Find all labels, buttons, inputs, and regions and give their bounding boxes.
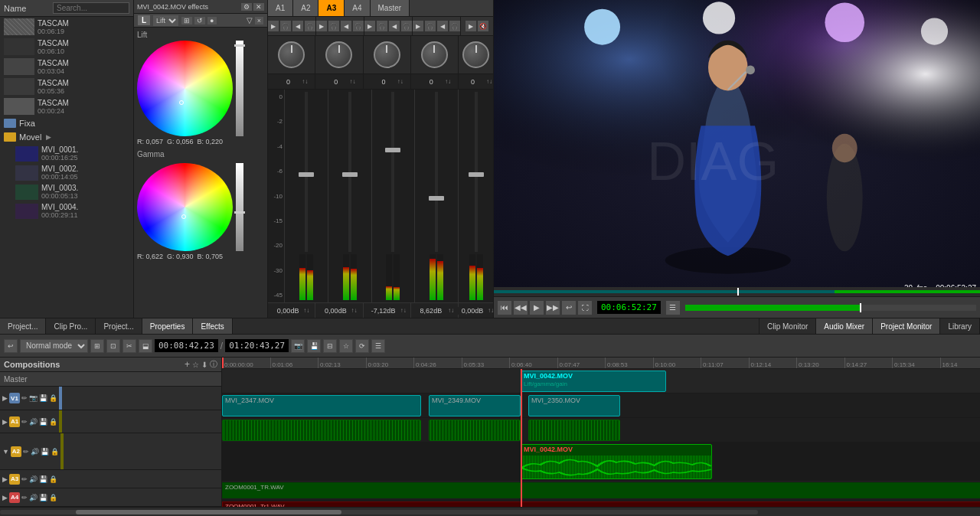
tab-clip-monitor[interactable]: Clip Monitor [759,318,816,334]
track-a4-edit[interactable]: ✏ [21,494,28,501]
track-v1-expand[interactable]: ▶ [2,394,8,402]
ch2-back-btn[interactable]: ◀ [341,21,351,31]
tl-save-btn[interactable]: 💾 [307,339,321,353]
track-a1-mute[interactable]: 🔊 [29,418,38,426]
video-forward-btn[interactable]: ▶▶ [546,301,560,315]
master-mute-btn[interactable]: 🔇 [478,21,488,31]
tab-project[interactable]: Project... [0,318,46,334]
ch2-knob[interactable] [325,41,352,68]
clip-a1-wave3[interactable] [528,420,620,441]
track-a3-edit[interactable]: ✏ [21,475,28,483]
file-item[interactable]: TASCAM 00:06:10 [0,37,133,57]
ch2-db-input[interactable] [321,307,350,315]
clip-a3-zoom[interactable]: ZOOM0001_TR.WAV [222,482,980,498]
lift-button[interactable]: L [138,15,150,25]
track-a3-save[interactable]: 💾 [39,475,47,483]
lift-lock-btn[interactable]: ⊞ [181,17,192,24]
comp-download-btn[interactable]: ⬇ [201,361,207,369]
file-item[interactable]: TASCAM 00:05:36 [0,77,133,96]
master-play-btn[interactable]: ▶ [466,21,476,31]
audio-tab-a4[interactable]: A4 [345,0,370,16]
tl-star-btn[interactable]: ☆ [339,339,353,353]
clip-mvi0042[interactable]: MVI_0042.MOV Lift/gamma/gain [521,371,666,392]
file-item[interactable]: MVI_0004. 00:00:29:11 [11,201,133,220]
track-v1-save[interactable]: 💾 [39,394,47,402]
lift-select[interactable]: Lift [152,15,179,27]
gamma-color-wheel[interactable] [137,163,233,251]
folder-item-movel[interactable]: Movel ▶ [0,130,133,144]
tl-ripple-btn[interactable]: ⊡ [106,339,120,353]
clip-a1-wave2[interactable] [429,420,521,441]
comp-star-btn[interactable]: ☆ [192,361,199,369]
tl-loop-btn[interactable]: ⟳ [355,339,369,353]
ch3-play-btn[interactable]: ▶ [364,21,375,31]
video-menu-btn[interactable]: ☰ [666,301,680,315]
ch2-headphone2-btn[interactable]: 🎧 [353,21,364,31]
track-a2-edit[interactable]: ✏ [23,448,29,456]
ch4-value-input[interactable] [418,78,445,86]
audio-tab-a3[interactable]: A3 [318,0,345,16]
audio-tab-master[interactable]: Master [371,0,410,16]
ch3-back-btn[interactable]: ◀ [389,21,400,31]
comp-add-btn[interactable]: + [185,359,190,370]
tl-snap-btn[interactable]: ⊞ [90,339,104,353]
tab-project-monitor[interactable]: Project Monitor [873,318,940,334]
ch1-headphone-btn[interactable]: 🎧 [280,21,291,31]
tl-split-btn[interactable]: ⊟ [323,339,337,353]
lift-brightness-slider[interactable] [236,41,243,136]
ch2-play-btn[interactable]: ▶ [316,21,327,31]
file-item[interactable]: MVI_0003. 00:00:05:13 [11,182,133,201]
tab-audio-mixer[interactable]: Audio Mixer [816,318,873,334]
video-rewind-btn[interactable]: ◀◀ [514,301,528,315]
lift-color-wheel[interactable] [137,41,233,136]
tab-clip-properties[interactable]: Clip Pro... [46,318,96,334]
track-a4-expand[interactable]: ▶ [2,494,8,501]
comp-info-btn[interactable]: ⓘ [210,359,217,370]
timeline-scroll-thumb[interactable] [76,510,341,514]
tl-camera-btn[interactable]: 📷 [291,339,305,353]
tl-menu-btn[interactable]: ☰ [371,339,385,353]
ch4-back-btn[interactable]: ◀ [437,21,448,31]
ch1-headphone2-btn[interactable]: 🎧 [305,21,315,31]
ch1-play-btn[interactable]: ▶ [268,21,279,31]
ch1-back-btn[interactable]: ◀ [292,21,303,31]
track-v1-camera[interactable]: 📷 [29,394,38,402]
tab-library[interactable]: Library [940,318,980,334]
ch4-db-input[interactable] [415,307,447,315]
tab-project2[interactable]: Project... [96,318,142,334]
track-a3-lock[interactable]: 🔒 [49,475,57,483]
ch2-headphone-btn[interactable]: 🎧 [328,21,339,31]
search-input[interactable] [53,2,129,14]
ch4-headphone-btn[interactable]: 🎧 [425,21,436,31]
video-play-btn[interactable]: ▶ [530,301,544,315]
file-item[interactable]: MVI_0002. 00:00:14:05 [11,163,133,182]
ch2-value-input[interactable] [322,78,349,86]
ch2-fader-handle[interactable] [342,172,358,177]
clip-a2-mvi0042[interactable]: MVI_0042.MOV [521,444,712,479]
master-db-input[interactable] [458,307,487,315]
ch1-value-input[interactable] [275,78,302,86]
track-v1-edit[interactable]: ✏ [21,394,28,402]
effects-panel-settings-btn[interactable]: ⚙ [241,3,252,11]
track-a1-expand[interactable]: ▶ [2,418,8,426]
effects-panel-close-btn[interactable]: ✕ [253,3,264,11]
track-a4-mute[interactable]: 🔊 [29,494,38,501]
folder-item-fixa[interactable]: Fixa [0,116,133,130]
track-a2-mute[interactable]: 🔊 [31,448,39,456]
ch4-knob[interactable] [421,41,448,68]
ch4-fader-handle[interactable] [429,196,444,201]
track-a3-expand[interactable]: ▶ [2,475,8,483]
ch1-fader-handle[interactable] [299,172,314,177]
clip-mvi2347[interactable]: MVI_2347.MOV [222,395,421,416]
tab-effects[interactable]: Effects [193,318,232,334]
clip-a1-wave1[interactable] [222,420,421,441]
audio-tab-a1[interactable]: A1 [268,0,293,16]
clip-a4-zoom[interactable]: ZOOM0001_Tr1.WAV [222,501,980,507]
tl-insert-btn[interactable]: ⬓ [139,339,152,353]
video-loop-btn[interactable]: ↩ [562,301,576,315]
tl-mode-select[interactable]: Normal mode [20,339,88,353]
ch3-headphone-btn[interactable]: 🎧 [377,21,387,31]
ch1-knob[interactable] [278,41,305,68]
track-a3-mute[interactable]: 🔊 [29,475,38,483]
tl-back-btn[interactable]: ↩ [4,339,18,353]
